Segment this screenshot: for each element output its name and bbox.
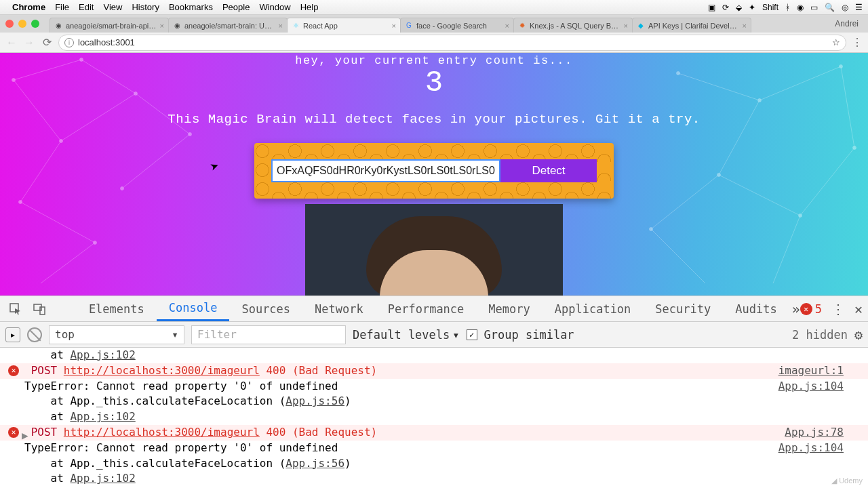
menu-window[interactable]: Window bbox=[259, 2, 290, 12]
group-similar-label: Group similar bbox=[484, 328, 574, 342]
forward-button[interactable]: → bbox=[23, 37, 35, 49]
google-icon: G bbox=[405, 22, 413, 30]
result-image bbox=[305, 204, 563, 296]
window-close-button[interactable] bbox=[5, 20, 14, 28]
clear-console-button[interactable] bbox=[27, 327, 42, 342]
spotlight-icon[interactable]: 🔍 bbox=[825, 3, 835, 12]
tab-1[interactable]: ◉aneagoie/smart-brain: Udemy× bbox=[168, 18, 288, 33]
source-link[interactable]: imageurl:1 bbox=[778, 364, 844, 378]
menu-edit[interactable]: Edit bbox=[79, 2, 94, 12]
detect-button[interactable]: Detect bbox=[500, 159, 597, 182]
image-form-card: Detect bbox=[254, 143, 614, 199]
devtools-tabs-more-icon[interactable]: » bbox=[792, 301, 800, 317]
execution-context-select[interactable]: top▾ bbox=[49, 325, 184, 344]
devtools-tab-sources[interactable]: Sources bbox=[229, 296, 302, 321]
group-similar-checkbox[interactable]: ✓ bbox=[467, 329, 477, 340]
menu-people[interactable]: People bbox=[222, 2, 250, 12]
chrome-titlebar: ◉aneagoie/smart-brain-api: Fin× ◉aneagoi… bbox=[0, 15, 868, 33]
console-line: at App.js:102 bbox=[0, 348, 868, 363]
tab-2[interactable]: ⚛React App× bbox=[287, 18, 401, 33]
source-link[interactable]: App.js:56 bbox=[285, 457, 344, 470]
tab-0-label: aneagoie/smart-brain-api: Fin bbox=[66, 22, 157, 30]
console-toolbar: ▸ top▾ Filter Default levels▾ ✓ Group si… bbox=[0, 322, 868, 348]
devtools-panel: Elements Console Sources Network Perform… bbox=[0, 296, 868, 488]
error-count-badge[interactable]: ✕5 bbox=[800, 302, 822, 316]
log-levels-select[interactable]: Default levels▾ bbox=[353, 328, 460, 342]
devtools-tab-performance[interactable]: Performance bbox=[376, 296, 477, 321]
dropbox-icon[interactable]: ⬙ bbox=[736, 3, 742, 12]
shift-label[interactable]: Shift bbox=[762, 3, 778, 12]
tab-3[interactable]: Gface - Google Search× bbox=[400, 18, 514, 33]
hidden-messages-label[interactable]: 2 hidden bbox=[792, 328, 848, 342]
error-icon: ✕ bbox=[8, 427, 19, 438]
tab-4[interactable]: ✹Knex.js - A SQL Query Builder× bbox=[513, 18, 633, 33]
tab-3-label: face - Google Search bbox=[416, 22, 487, 30]
tab-4-close[interactable]: × bbox=[624, 22, 628, 30]
devtools-menu-icon[interactable]: ⋮ bbox=[831, 301, 845, 317]
tab-0[interactable]: ◉aneagoie/smart-brain-api: Fin× bbox=[50, 18, 169, 33]
bookmark-star-icon[interactable]: ☆ bbox=[832, 37, 840, 47]
siri-icon[interactable]: ◎ bbox=[842, 3, 848, 12]
mac-menubar: Chrome File Edit View History Bookmarks … bbox=[0, 0, 868, 15]
wifi-icon[interactable]: ◉ bbox=[797, 3, 804, 12]
tab-2-label: React App bbox=[303, 22, 338, 30]
source-link[interactable]: App.js:102 bbox=[70, 410, 135, 423]
devtools-close-icon[interactable]: ✕ bbox=[854, 301, 863, 317]
source-link[interactable]: App.js:104 bbox=[778, 441, 844, 455]
devtools-tab-console[interactable]: Console bbox=[157, 296, 230, 321]
chrome-profile[interactable]: Andrei bbox=[831, 19, 863, 28]
tab-5[interactable]: ◆API Keys | Clarifai Developer× bbox=[632, 18, 751, 33]
console-filter-input[interactable]: Filter bbox=[191, 325, 346, 344]
devtools-tab-security[interactable]: Security bbox=[643, 296, 723, 321]
source-link[interactable]: App.js:56 bbox=[285, 394, 344, 407]
sync-icon[interactable]: ⟳ bbox=[722, 3, 729, 12]
tab-5-close[interactable]: × bbox=[743, 22, 747, 30]
screencast-icon[interactable]: ▣ bbox=[708, 3, 715, 12]
devtools-tab-memory[interactable]: Memory bbox=[476, 296, 542, 321]
console-output[interactable]: at App.js:102✕ POST http://localhost:300… bbox=[0, 348, 868, 488]
image-url-input[interactable] bbox=[271, 159, 500, 182]
url-text: localhost:3001 bbox=[78, 37, 135, 47]
console-sidebar-toggle[interactable]: ▸ bbox=[5, 327, 20, 342]
console-settings-icon[interactable]: ⚙ bbox=[854, 327, 863, 343]
window-zoom-button[interactable] bbox=[31, 20, 39, 28]
error-icon: ✕ bbox=[8, 365, 19, 376]
address-bar[interactable]: i localhost:3001 ☆ bbox=[58, 35, 846, 51]
menu-icon[interactable]: ☰ bbox=[855, 3, 863, 12]
source-link[interactable]: App.js:78 bbox=[785, 426, 844, 440]
source-link[interactable]: App.js:102 bbox=[70, 348, 135, 361]
devtools-tab-audits[interactable]: Audits bbox=[723, 296, 789, 321]
tab-3-close[interactable]: × bbox=[505, 22, 509, 30]
menubar-app[interactable]: Chrome bbox=[12, 2, 45, 12]
menu-history[interactable]: History bbox=[132, 2, 159, 12]
devtools-tab-network[interactable]: Network bbox=[302, 296, 376, 321]
inspect-element-icon[interactable] bbox=[5, 300, 25, 319]
back-button[interactable]: ← bbox=[5, 37, 18, 49]
menu-help[interactable]: Help bbox=[300, 2, 319, 12]
react-icon: ⚛ bbox=[292, 22, 300, 30]
bluetooth-icon[interactable]: ᚼ bbox=[785, 3, 790, 12]
devtools-tab-elements[interactable]: Elements bbox=[77, 296, 157, 321]
chrome-menu-icon[interactable]: ⋮ bbox=[852, 36, 863, 49]
site-info-icon[interactable]: i bbox=[64, 38, 74, 47]
source-link[interactable]: App.js:102 bbox=[70, 472, 135, 485]
source-link[interactable]: App.js:104 bbox=[778, 380, 844, 394]
tab-0-close[interactable]: × bbox=[160, 22, 164, 30]
entry-count-value: 3 bbox=[425, 66, 443, 100]
menu-view[interactable]: View bbox=[103, 2, 122, 12]
menu-file[interactable]: File bbox=[55, 2, 69, 12]
reload-button[interactable]: ⟳ bbox=[41, 37, 53, 49]
menu-bookmarks[interactable]: Bookmarks bbox=[169, 2, 213, 12]
battery-icon[interactable]: ▭ bbox=[810, 3, 818, 12]
tab-2-close[interactable]: × bbox=[392, 22, 396, 30]
chevron-down-icon: ▾ bbox=[452, 328, 459, 342]
tab-1-label: aneagoie/smart-brain: Udemy bbox=[184, 22, 275, 30]
console-line: at App._this.calculateFaceLocation (App.… bbox=[0, 456, 868, 472]
error-icon: ✕ bbox=[800, 303, 812, 315]
tab-1-close[interactable]: × bbox=[279, 22, 283, 30]
devtools-tab-application[interactable]: Application bbox=[542, 296, 644, 321]
puzzle-icon[interactable]: ✦ bbox=[749, 3, 755, 12]
device-toggle-icon[interactable] bbox=[29, 300, 49, 319]
window-minimize-button[interactable] bbox=[18, 20, 26, 28]
console-line: ✕ POST http://localhost:3000/imageurl 40… bbox=[0, 363, 868, 379]
